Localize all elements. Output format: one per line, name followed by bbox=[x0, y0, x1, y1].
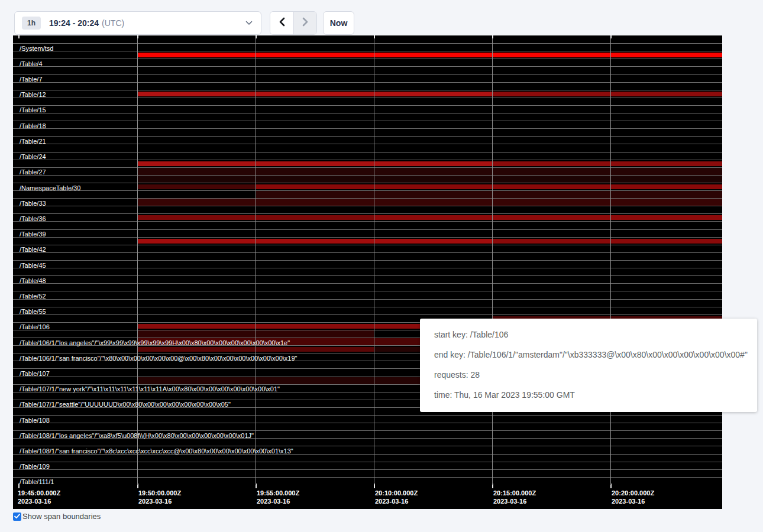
heatmap-row[interactable] bbox=[13, 152, 722, 160]
heatmap-row[interactable] bbox=[13, 221, 722, 229]
span-key-label: /Table/27 bbox=[20, 168, 46, 176]
span-key-label: /Table/108 bbox=[20, 416, 50, 424]
heatmap-band[interactable] bbox=[256, 184, 722, 189]
heatmap-row[interactable] bbox=[13, 183, 722, 190]
heatmap-band[interactable] bbox=[137, 199, 722, 206]
heatmap-band[interactable] bbox=[374, 215, 722, 220]
span-key-label: /Table/106 bbox=[20, 323, 50, 331]
span-key-label: /Table/106/1/"san francisco"/"\x80\x00\x… bbox=[20, 354, 298, 362]
heatmap-row[interactable] bbox=[13, 268, 722, 275]
heatmap-row[interactable] bbox=[13, 144, 722, 151]
heatmap-band[interactable] bbox=[137, 239, 492, 244]
heatmap-row[interactable] bbox=[13, 190, 722, 198]
chevron-down-icon bbox=[245, 21, 253, 25]
span-key-label: /Table/21 bbox=[20, 137, 46, 145]
heatmap-row[interactable] bbox=[13, 98, 722, 105]
heatmap-row[interactable] bbox=[13, 469, 722, 477]
heatmap-grid[interactable]: /System/tsd/Table/4/Table/7/Table/12/Tab… bbox=[13, 35, 722, 485]
heatmap-row[interactable] bbox=[13, 167, 722, 175]
heatmap-row[interactable] bbox=[13, 477, 722, 485]
span-key-label: /Table/108/1/"san francisco"/"\x8c\xcc\x… bbox=[20, 447, 293, 455]
axis-tick bbox=[610, 35, 612, 38]
timezone-label: (UTC) bbox=[102, 18, 124, 28]
heatmap-row[interactable] bbox=[13, 245, 722, 252]
heatmap-row[interactable] bbox=[13, 415, 722, 423]
heatmap-row[interactable] bbox=[13, 43, 722, 51]
axis-time-label: 19:50:00.000Z2023-03-16 bbox=[138, 489, 181, 505]
heatmap-row[interactable] bbox=[13, 113, 722, 121]
span-key-label: /Table/109 bbox=[20, 463, 50, 471]
span-key-label: /Table/18 bbox=[20, 122, 46, 129]
heatmap-row[interactable] bbox=[13, 74, 722, 82]
axis-time-label: 19:45:00.000Z2023-03-16 bbox=[18, 489, 60, 505]
heatmap-row[interactable] bbox=[13, 260, 722, 268]
now-button[interactable]: Now bbox=[323, 11, 354, 35]
time-bucket-gridline bbox=[492, 35, 493, 485]
heatmap-row[interactable] bbox=[13, 283, 722, 291]
heatmap-row[interactable] bbox=[13, 82, 722, 90]
heatmap-row[interactable] bbox=[13, 59, 722, 66]
heatmap-row[interactable] bbox=[13, 252, 722, 260]
axis-time-label: 20:15:00.000Z2023-03-16 bbox=[493, 489, 536, 505]
heatmap-row[interactable] bbox=[13, 136, 722, 144]
heatmap-band[interactable] bbox=[492, 92, 722, 96]
axis-tick bbox=[18, 35, 20, 38]
axis-time-label: 20:10:00.000Z2023-03-16 bbox=[375, 489, 418, 505]
heatmap-row[interactable] bbox=[13, 307, 722, 314]
span-key-label: /Table/45 bbox=[20, 261, 46, 269]
tooltip-start-key: start key: /Table/106 bbox=[434, 325, 757, 345]
heatmap-row[interactable] bbox=[13, 160, 722, 167]
heatmap-row[interactable] bbox=[13, 213, 722, 221]
time-bucket-gridline bbox=[137, 35, 138, 485]
heatmap-band[interactable] bbox=[137, 184, 256, 189]
span-boundaries-checkbox[interactable] bbox=[13, 512, 21, 521]
span-key-label: /Table/4 bbox=[20, 60, 43, 67]
span-boundaries-toggle[interactable]: Show span boundaries bbox=[13, 512, 101, 521]
time-bucket-gridline bbox=[610, 35, 611, 485]
span-key-label: /Table/24 bbox=[20, 153, 46, 161]
heatmap-row[interactable] bbox=[13, 128, 722, 136]
heatmap-row[interactable] bbox=[13, 237, 722, 245]
heatmap-row[interactable] bbox=[13, 299, 722, 307]
heatmap-row[interactable] bbox=[13, 198, 722, 206]
heatmap-row[interactable] bbox=[13, 423, 722, 430]
heatmap-row[interactable] bbox=[13, 90, 722, 98]
time-range-select[interactable]: 1h 19:24 - 20:24 (UTC) bbox=[14, 11, 261, 35]
heatmap-row[interactable] bbox=[13, 462, 722, 469]
heatmap-band[interactable] bbox=[492, 161, 722, 166]
heatmap-band[interactable] bbox=[137, 168, 722, 175]
heatmap-row[interactable] bbox=[13, 275, 722, 283]
prev-time-button[interactable] bbox=[270, 12, 293, 34]
tooltip-requests: requests: 28 bbox=[434, 365, 757, 385]
time-bucket-gridline bbox=[256, 35, 256, 485]
axis-tick bbox=[374, 35, 375, 38]
heatmap-row[interactable] bbox=[13, 121, 722, 128]
heatmap-row[interactable] bbox=[13, 51, 722, 59]
heatmap-row[interactable] bbox=[13, 229, 722, 237]
heatmap-row[interactable] bbox=[13, 175, 722, 183]
span-key-label: /Table/106/1/"los angeles"/"\x99\x99\x99… bbox=[20, 339, 290, 346]
span-key-label: /Table/108/1/"los angeles"/"\xa8\xf5\u00… bbox=[20, 432, 254, 439]
heatmap-band[interactable] bbox=[492, 239, 722, 244]
key-visualizer-chart[interactable]: /System/tsd/Table/4/Table/7/Table/12/Tab… bbox=[13, 35, 722, 509]
heatmap-band[interactable] bbox=[137, 161, 492, 166]
heatmap-band[interactable] bbox=[137, 176, 722, 183]
heatmap-row[interactable] bbox=[13, 35, 722, 43]
tooltip-end-key: end key: /Table/106/1/"amsterdam"/"\xb33… bbox=[434, 345, 757, 365]
next-time-button[interactable] bbox=[293, 12, 316, 34]
span-key-label: /System/tsd bbox=[20, 44, 53, 52]
heatmap-band[interactable] bbox=[137, 53, 722, 57]
span-key-label: /Table/33 bbox=[20, 199, 46, 207]
axis-tick bbox=[256, 35, 257, 38]
heatmap-row[interactable] bbox=[13, 105, 722, 113]
span-key-label: /Table/42 bbox=[20, 246, 46, 254]
heatmap-band[interactable] bbox=[137, 92, 492, 96]
span-key-label: /Table/48 bbox=[20, 277, 46, 284]
heatmap-row[interactable] bbox=[13, 291, 722, 299]
heatmap-row[interactable] bbox=[13, 66, 722, 74]
heatmap-row[interactable] bbox=[13, 206, 722, 213]
heatmap-band[interactable] bbox=[256, 191, 722, 198]
span-boundaries-label: Show span boundaries bbox=[22, 512, 101, 521]
axis-time-label: 19:55:00.000Z2023-03-16 bbox=[257, 489, 299, 505]
span-key-label: /Table/39 bbox=[20, 231, 46, 238]
